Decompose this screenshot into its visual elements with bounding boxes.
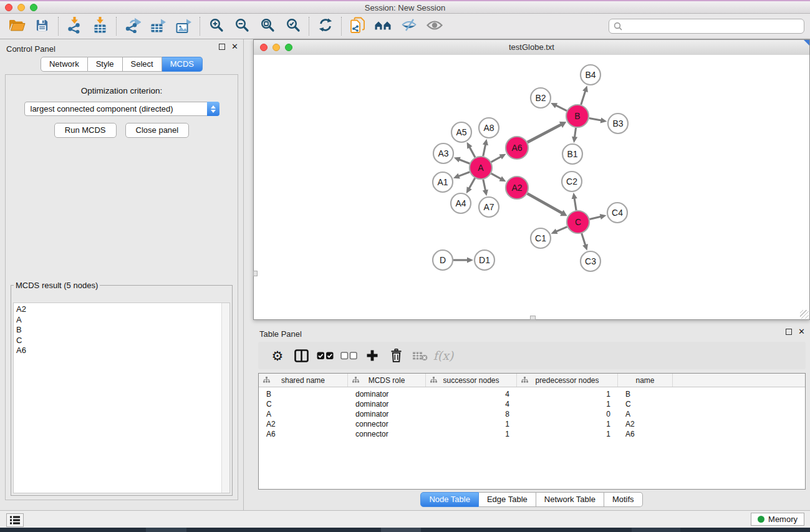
- mcds-result-item[interactable]: B: [16, 325, 229, 336]
- mcds-result-item[interactable]: A2: [16, 304, 229, 315]
- cell[interactable]: 1: [426, 430, 517, 438]
- criterion-dropdown[interactable]: largest connected component (directed): [24, 102, 219, 116]
- export-table-button[interactable]: [145, 16, 171, 37]
- graph-node-A2[interactable]: A2: [506, 177, 528, 199]
- resize-grip-corner[interactable]: [800, 310, 809, 319]
- hide-panel-button[interactable]: [396, 16, 422, 37]
- graph-edge-A-A7[interactable]: [483, 180, 486, 191]
- cell[interactable]: 1: [517, 430, 618, 438]
- tab-edge-table[interactable]: Edge Table: [479, 492, 536, 507]
- add-column-button[interactable]: [360, 344, 384, 367]
- open-file-button[interactable]: [4, 16, 29, 37]
- graph-edge-A6-B[interactable]: [528, 124, 562, 142]
- select-all-button[interactable]: [313, 344, 337, 367]
- cell[interactable]: A6: [618, 430, 673, 438]
- memory-button[interactable]: Memory: [751, 513, 804, 526]
- network-canvas[interactable]: AA1A2A3A4A5A6A7A8BB1B2B3B4CC1C2C3C4DD1: [254, 55, 809, 319]
- zoom-fit-button[interactable]: [254, 16, 280, 37]
- import-network-button[interactable]: [62, 16, 87, 37]
- graph-edge-A-A6[interactable]: [491, 157, 502, 162]
- graph-node-B2[interactable]: B2: [531, 88, 551, 108]
- graph-edge-C-C4[interactable]: [589, 216, 601, 220]
- graph-node-A5[interactable]: A5: [451, 122, 471, 142]
- zoom-selected-button[interactable]: [280, 16, 306, 37]
- graph-node-B3[interactable]: B3: [608, 114, 628, 133]
- cell[interactable]: 4: [426, 400, 517, 409]
- table-row-a2[interactable]: A2connector11A2: [259, 419, 805, 429]
- cell[interactable]: A: [618, 410, 673, 418]
- close-panel-icon[interactable]: ✕: [231, 44, 238, 50]
- cell[interactable]: 4: [426, 390, 517, 399]
- save-session-button[interactable]: [29, 16, 55, 37]
- column-layout-button[interactable]: [289, 344, 313, 367]
- deselect-all-button[interactable]: [337, 344, 360, 367]
- graph-node-A7[interactable]: A7: [479, 197, 499, 217]
- show-panel-button[interactable]: [422, 16, 447, 37]
- clone-network-style-button[interactable]: [345, 16, 370, 37]
- cell[interactable]: 0: [517, 410, 618, 418]
- graph-edge-B-B2[interactable]: [555, 105, 567, 110]
- search-input[interactable]: [609, 19, 804, 34]
- graph-node-A6[interactable]: A6: [506, 137, 528, 159]
- graph-edge-A-A1[interactable]: [458, 172, 470, 177]
- import-table-button[interactable]: [87, 16, 113, 37]
- table-settings-button[interactable]: ⚙: [266, 344, 289, 367]
- graph-node-B1[interactable]: B1: [562, 144, 582, 164]
- cell[interactable]: B: [618, 390, 673, 399]
- graph-node-A8[interactable]: A8: [479, 118, 499, 138]
- delete-column-button[interactable]: [384, 344, 408, 367]
- run-mcds-button[interactable]: Run MCDS: [54, 123, 117, 138]
- graph-node-C4[interactable]: C4: [607, 203, 627, 223]
- resize-grip-bottom[interactable]: [530, 316, 536, 320]
- zoom-in-button[interactable]: [203, 16, 229, 37]
- network-window-titlebar[interactable]: testGlobe.txt: [254, 40, 809, 56]
- graph-node-B4[interactable]: B4: [581, 65, 600, 85]
- graph-node-C1[interactable]: C1: [531, 228, 551, 248]
- graph-edge-A-A3[interactable]: [458, 159, 470, 163]
- export-image-button[interactable]: [171, 16, 196, 37]
- close-table-panel-icon[interactable]: ✕: [798, 329, 805, 335]
- mcds-result-item[interactable]: A: [16, 315, 229, 326]
- table-row-b[interactable]: Bdominator41B: [259, 389, 805, 399]
- mcds-result-item[interactable]: A6: [16, 346, 229, 356]
- cell[interactable]: A2: [618, 420, 673, 428]
- tab-node-table[interactable]: Node Table: [420, 492, 479, 507]
- graph-node-C[interactable]: C: [567, 211, 589, 233]
- float-table-panel-icon[interactable]: [786, 329, 792, 335]
- table-row-a[interactable]: Adominator80A: [259, 409, 805, 419]
- tab-style[interactable]: Style: [88, 57, 123, 72]
- graph-node-A[interactable]: A: [470, 157, 492, 179]
- home-button[interactable]: [370, 16, 396, 37]
- refresh-button[interactable]: [312, 16, 338, 37]
- cell[interactable]: 1: [517, 420, 618, 428]
- graph-node-A4[interactable]: A4: [451, 193, 471, 213]
- graph-edge-A-A2[interactable]: [491, 173, 502, 179]
- cell[interactable]: 1: [517, 390, 618, 399]
- graph-edge-B-B4[interactable]: [581, 90, 586, 105]
- graph-edge-C-C2[interactable]: [574, 198, 576, 211]
- cell[interactable]: dominator: [348, 410, 426, 418]
- graph-node-D[interactable]: D: [433, 250, 453, 270]
- graph-edge-A2-C[interactable]: [528, 193, 563, 213]
- graph-edge-B-B3[interactable]: [589, 118, 602, 120]
- cell[interactable]: C: [618, 400, 673, 409]
- cell[interactable]: A6: [259, 430, 348, 438]
- cell[interactable]: dominator: [348, 390, 426, 399]
- mcds-result-item[interactable]: C: [16, 336, 229, 346]
- tab-network-table[interactable]: Network Table: [536, 492, 604, 507]
- tab-select[interactable]: Select: [123, 57, 162, 72]
- graph-node-A1[interactable]: A1: [433, 172, 453, 192]
- table-row-c[interactable]: Cdominator41C: [259, 399, 805, 409]
- tab-mcds[interactable]: MCDS: [162, 57, 203, 72]
- column-header-mcds-role[interactable]: MCDS role: [348, 374, 426, 387]
- resize-grip-left[interactable]: [253, 271, 258, 276]
- cell[interactable]: 8: [426, 410, 517, 418]
- graph-edge-C-C1[interactable]: [556, 227, 567, 232]
- export-network-button[interactable]: [120, 16, 145, 37]
- graph-node-B[interactable]: B: [566, 105, 589, 127]
- graph-node-C3[interactable]: C3: [581, 251, 600, 271]
- graph-edge-A-A8[interactable]: [483, 143, 486, 156]
- zoom-out-button[interactable]: [229, 16, 254, 37]
- column-header-name[interactable]: name: [618, 374, 673, 387]
- tab-motifs[interactable]: Motifs: [604, 492, 643, 507]
